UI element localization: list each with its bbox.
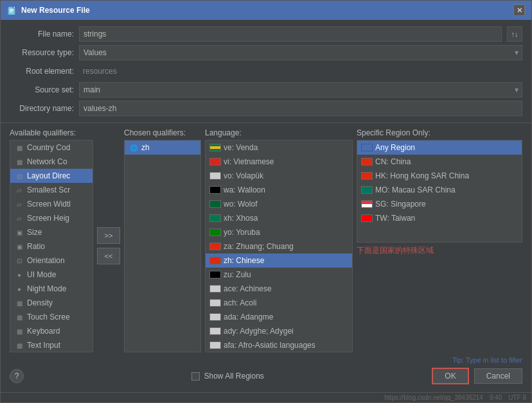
move-buttons-area: >> <<	[97, 126, 120, 352]
flag-mo	[361, 186, 373, 194]
svg-rect-1	[10, 9, 13, 10]
lang-ada[interactable]: ada: Adangme	[206, 310, 352, 324]
flag-any	[361, 144, 373, 151]
file-name-label: File name:	[10, 30, 74, 39]
help-button[interactable]: ?	[10, 369, 24, 383]
qualifier-text-input[interactable]: ▦ Text Input	[10, 338, 93, 352]
root-element-input	[79, 64, 522, 79]
lang-ace[interactable]: ace: Achinese	[206, 282, 352, 296]
lang-za[interactable]: za: Zhuang; Chuang	[206, 239, 352, 253]
country-code-icon: ▦	[14, 142, 24, 153]
keyboard-icon: ▦	[14, 326, 24, 336]
source-set-row: Source set: main ▾	[10, 82, 522, 98]
title-bar: N New Resource File ✕	[1, 1, 531, 20]
qualifier-night-mode[interactable]: ● Night Mode	[10, 282, 93, 296]
lang-zu[interactable]: zu: Zulu	[206, 268, 352, 282]
lang-vo[interactable]: vo: Volapük	[206, 169, 352, 183]
network-icon: ▦	[14, 157, 24, 167]
region-sg[interactable]: SG: Singapore	[357, 197, 522, 211]
qualifier-size[interactable]: ▣ Size	[10, 225, 93, 239]
flag-zh	[209, 257, 221, 264]
lang-vi[interactable]: vi: Vietnamese	[206, 155, 352, 169]
density-icon: ▦	[14, 298, 24, 308]
close-button[interactable]: ✕	[513, 4, 525, 16]
lang-ach[interactable]: ach: Acoli	[206, 296, 352, 310]
directory-name-input[interactable]	[79, 101, 522, 116]
source-set-select-wrapper: main ▾	[79, 82, 522, 98]
root-element-label: Root element:	[10, 67, 74, 76]
svg-text:N: N	[13, 6, 15, 9]
region-tw[interactable]: TW: Taiwan	[357, 211, 522, 225]
bottom-row: ? Show All Regions OK Cancel	[10, 365, 522, 387]
flag-ady	[209, 327, 221, 335]
svg-rect-2	[10, 10, 13, 11]
lang-xh[interactable]: xh: Xhosa	[206, 211, 352, 225]
region-hk[interactable]: HK: Hong Kong SAR China	[357, 169, 522, 183]
qualifier-touch-screen[interactable]: ▦ Touch Scree	[10, 310, 93, 324]
sort-button[interactable]: ↑↓	[507, 26, 522, 42]
show-all-label: Show All Regions	[204, 372, 263, 381]
flag-zu	[209, 271, 221, 279]
orientation-icon: ⊡	[14, 255, 24, 266]
show-all-checkbox[interactable]	[191, 372, 200, 381]
chosen-qualifiers-list[interactable]: 🌐 zh	[124, 140, 201, 352]
source-set-select[interactable]: main	[79, 82, 522, 98]
chinese-note: 下面是国家的特殊区域	[357, 243, 522, 259]
status-url: https://blog.csdn.net/qq_38436214	[384, 394, 483, 401]
status-bar: https://blog.csdn.net/qq_38436214 9:40 U…	[1, 392, 531, 402]
move-left-button[interactable]: <<	[97, 248, 120, 264]
lang-zh[interactable]: zh: Chinese	[206, 253, 352, 268]
language-panel: Language: ve: Venda vi: Vietnamese vo: V…	[205, 126, 353, 352]
chosen-qualifiers-panel: Chosen qualifiers: 🌐 zh	[124, 126, 201, 352]
lang-yo[interactable]: yo: Yoruba	[206, 225, 352, 239]
ok-button[interactable]: OK	[432, 368, 468, 384]
qualifier-layout[interactable]: ▤ Layout Direc	[10, 169, 93, 183]
lang-ve[interactable]: ve: Venda	[206, 141, 352, 155]
qualifier-network[interactable]: ▦ Network Co	[10, 155, 93, 169]
qualifier-keyboard[interactable]: ▦ Keyboard	[10, 324, 93, 338]
flag-sg	[361, 200, 373, 208]
size-icon: ▣	[14, 227, 24, 237]
lang-wa[interactable]: wa: Walloon	[206, 183, 352, 197]
flag-ada	[209, 313, 221, 321]
directory-name-row: Directory name:	[10, 101, 522, 116]
lang-ady[interactable]: ady: Adyghe; Adygei	[206, 324, 352, 338]
region-list[interactable]: Any Region CN: China HK: Hong Kong SAR C…	[357, 140, 522, 243]
qualifier-smallest-screen[interactable]: ▱ Smallest Scr	[10, 183, 93, 197]
language-list[interactable]: ve: Venda vi: Vietnamese vo: Volapük wa:…	[205, 140, 353, 352]
screen-width-icon: ▱	[14, 199, 24, 209]
region-mo[interactable]: MO: Macau SAR China	[357, 183, 522, 197]
qualifier-ratio[interactable]: ▣ Ratio	[10, 239, 93, 253]
form-area: File name: ↑↓ Resource type: Values ▾ Ro…	[1, 20, 531, 120]
region-cn[interactable]: CN: China	[357, 155, 522, 169]
flag-xh	[209, 214, 221, 222]
file-name-input[interactable]	[79, 26, 502, 42]
resource-type-label: Resource type:	[10, 48, 74, 57]
status-encoding: UTF 8	[508, 394, 526, 401]
flag-wo	[209, 200, 221, 208]
qualifier-country-code[interactable]: ▦ Country Cod	[10, 141, 93, 155]
region-header: Specific Region Only:	[357, 126, 522, 137]
globe-icon: 🌐	[129, 142, 139, 153]
qualifier-density[interactable]: ▦ Density	[10, 296, 93, 310]
night-mode-icon: ●	[14, 284, 24, 294]
qualifier-screen-width[interactable]: ▱ Screen Widtl	[10, 197, 93, 211]
flag-za	[209, 243, 221, 250]
root-element-row: Root element:	[10, 64, 522, 79]
lang-wo[interactable]: wo: Wolof	[206, 197, 352, 211]
cancel-button[interactable]: Cancel	[474, 368, 522, 384]
available-qualifiers-list[interactable]: ▦ Country Cod ▦ Network Co ▤ Layout Dire…	[10, 140, 93, 352]
resource-type-select[interactable]: Values	[79, 45, 522, 60]
region-any[interactable]: Any Region	[357, 141, 522, 155]
region-panel: Specific Region Only: Any Region CN: Chi…	[357, 126, 522, 352]
chosen-item-zh[interactable]: 🌐 zh	[125, 141, 200, 155]
text-input-icon: ▦	[14, 340, 24, 350]
move-right-button[interactable]: >>	[97, 227, 120, 244]
dialog-title: New Resource File	[21, 6, 90, 15]
qualifier-orientation[interactable]: ⊡ Orientation	[10, 253, 93, 268]
flag-hk	[361, 172, 373, 180]
qualifier-ui-mode[interactable]: ● UI Mode	[10, 268, 93, 282]
flag-cn	[361, 158, 373, 166]
lang-afa[interactable]: afa: Afro-Asiatic languages	[206, 338, 352, 352]
qualifier-screen-height[interactable]: ▱ Screen Heig	[10, 211, 93, 225]
